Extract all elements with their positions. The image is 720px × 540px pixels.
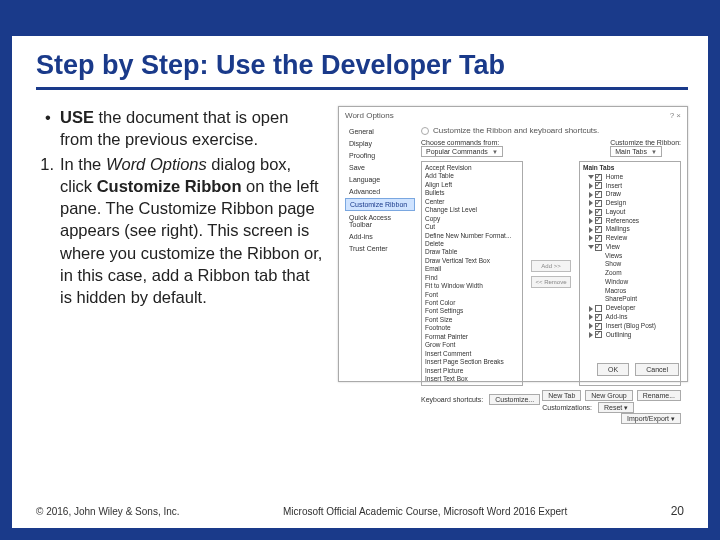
reset-button[interactable]: Reset ▾ <box>598 402 634 413</box>
info-icon <box>421 127 429 135</box>
list-item[interactable]: Font <box>425 291 519 299</box>
commands-listbox[interactable]: Accept RevisionAdd TableAlign LeftBullet… <box>421 161 523 386</box>
tree-item[interactable]: Outlining <box>583 331 677 340</box>
list-item[interactable]: Font Settings <box>425 307 519 315</box>
nav-item[interactable]: Customize Ribbon <box>345 198 415 211</box>
step-italic: Word Options <box>106 155 207 173</box>
list-item[interactable]: Insert Text Box <box>425 375 519 383</box>
list-item[interactable]: Accept Revision <box>425 164 519 172</box>
list-item[interactable]: Email <box>425 265 519 273</box>
import-export-button[interactable]: Import/Export ▾ <box>621 413 681 424</box>
kb-customize-button[interactable]: Customize... <box>489 394 540 405</box>
customizations-label: Customizations: <box>542 404 592 411</box>
list-item[interactable]: Delete <box>425 240 519 248</box>
customize-ribbon-combo[interactable]: Main Tabs▼ <box>610 146 662 157</box>
copyright: © 2016, John Wiley & Sons, Inc. <box>36 506 180 517</box>
choose-commands-combo[interactable]: Popular Commands▼ <box>421 146 503 157</box>
ok-button[interactable]: OK <box>597 363 629 376</box>
bullet-marker: • <box>36 106 60 151</box>
nav-item[interactable]: Quick Access Toolbar <box>345 212 415 230</box>
nav-item[interactable]: Proofing <box>345 150 415 161</box>
figure-column: Word Options ? × GeneralDisplayProofingS… <box>338 106 688 382</box>
step-bold: Customize Ribbon <box>97 177 242 195</box>
window-controls[interactable]: ? × <box>670 111 681 120</box>
list-item[interactable]: Add Table <box>425 172 519 180</box>
slide-body: • USE the document that is open from the… <box>36 106 688 382</box>
list-item[interactable]: Draw Vertical Text Box <box>425 257 519 265</box>
list-item[interactable]: Insert Comment <box>425 350 519 358</box>
tab-button[interactable]: Rename... <box>637 390 681 401</box>
word-options-dialog: Word Options ? × GeneralDisplayProofingS… <box>338 106 688 382</box>
bullet-bold: USE <box>60 108 94 126</box>
chevron-down-icon: ▼ <box>651 149 657 155</box>
list-item[interactable]: Footnote <box>425 324 519 332</box>
list-item[interactable]: Insert Picture <box>425 367 519 375</box>
tree-item[interactable]: Zoom <box>583 269 677 278</box>
nav-item[interactable]: Display <box>345 138 415 149</box>
tree-item[interactable]: Window <box>583 278 677 287</box>
list-item[interactable]: Center <box>425 198 519 206</box>
list-item[interactable]: Font Size <box>425 316 519 324</box>
dialog-main: Customize the Ribbon and keyboard shortc… <box>421 126 681 356</box>
tree-item[interactable]: Macros <box>583 287 677 296</box>
nav-item[interactable]: Save <box>345 162 415 173</box>
add-button[interactable]: Add >> <box>531 260 571 272</box>
nav-item[interactable]: Trust Center <box>345 243 415 254</box>
tree-item[interactable]: SharePoint <box>583 295 677 304</box>
add-remove-buttons: Add >> << Remove <box>529 161 573 386</box>
slide: Step by Step: Use the Developer Tab • US… <box>0 0 720 540</box>
dialog-heading: Customize the Ribbon and keyboard shortc… <box>421 126 681 135</box>
list-item[interactable]: Align Left <box>425 181 519 189</box>
tree-item[interactable]: Views <box>583 252 677 261</box>
ribbon-tree[interactable]: Main Tabs Home Insert Draw Design Layout… <box>579 161 681 386</box>
list-item[interactable]: Draw Table <box>425 248 519 256</box>
tab-button[interactable]: New Group <box>585 390 632 401</box>
list-item[interactable]: Find <box>425 274 519 282</box>
list-item[interactable]: Copy <box>425 215 519 223</box>
slide-footer: © 2016, John Wiley & Sons, Inc. Microsof… <box>36 504 684 518</box>
bullet-rest: the document that is open from the previ… <box>60 108 288 148</box>
nav-item[interactable]: Add-ins <box>345 231 415 242</box>
customize-ribbon-label: Customize the Ribbon: <box>610 139 681 146</box>
tab-button[interactable]: New Tab <box>542 390 581 401</box>
course-name: Microsoft Official Academic Course, Micr… <box>283 506 567 517</box>
list-item[interactable]: Define New Number Format... <box>425 232 519 240</box>
nav-item[interactable]: General <box>345 126 415 137</box>
slide-title: Step by Step: Use the Developer Tab <box>36 50 688 90</box>
list-item[interactable]: Bullets <box>425 189 519 197</box>
list-item[interactable]: Change List Level <box>425 206 519 214</box>
kb-label: Keyboard shortcuts: <box>421 396 483 403</box>
text-column: • USE the document that is open from the… <box>36 106 324 382</box>
remove-button[interactable]: << Remove <box>531 276 571 288</box>
list-item[interactable]: Grow Font <box>425 341 519 349</box>
list-item[interactable]: Cut <box>425 223 519 231</box>
list-item[interactable]: Font Color <box>425 299 519 307</box>
tree-item[interactable]: View <box>583 243 677 252</box>
list-item[interactable]: Fit to Window Width <box>425 282 519 290</box>
nav-item[interactable]: Language <box>345 174 415 185</box>
page-number: 20 <box>671 504 684 518</box>
dialog-titlebar: Word Options ? × <box>345 111 681 120</box>
step-1: 1. In the Word Options dialog box, click… <box>36 153 324 309</box>
step-number: 1. <box>36 153 60 309</box>
cancel-button[interactable]: Cancel <box>635 363 679 376</box>
chevron-down-icon: ▼ <box>492 149 498 155</box>
nav-item[interactable]: Advanced <box>345 186 415 197</box>
dialog-nav: GeneralDisplayProofingSaveLanguageAdvanc… <box>345 126 415 356</box>
tree-item[interactable]: Show <box>583 260 677 269</box>
list-item[interactable]: Format Painter <box>425 333 519 341</box>
list-item[interactable]: Insert Page Section Breaks <box>425 358 519 366</box>
choose-label: Choose commands from: <box>421 139 503 146</box>
bullet-use: • USE the document that is open from the… <box>36 106 324 151</box>
tab-group-buttons: New TabNew GroupRename... <box>542 390 681 401</box>
